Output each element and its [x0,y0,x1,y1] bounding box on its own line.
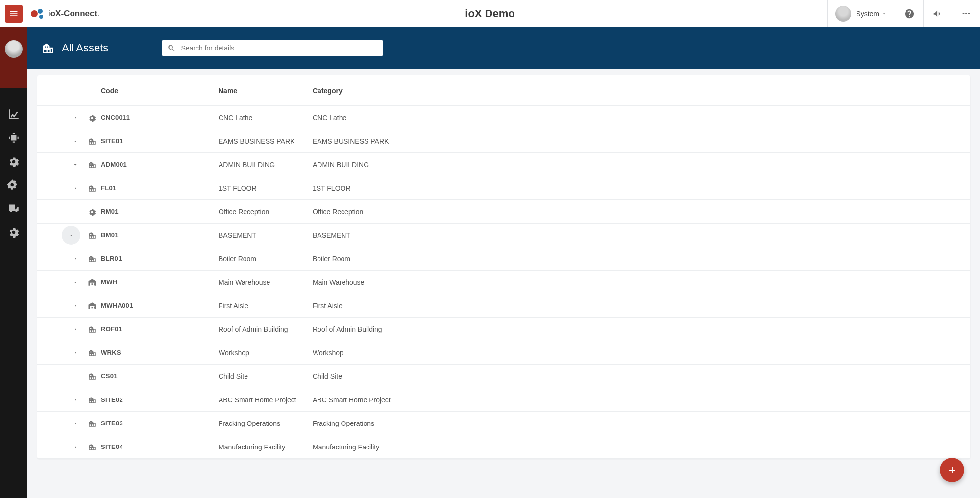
page-header: All Assets [27,27,980,69]
page-title-text: All Assets [62,42,108,54]
chevron-icon [73,256,78,262]
row-expander[interactable] [71,277,80,287]
table-row[interactable]: WRKSWorkshopWorkshop [37,341,970,365]
help-button[interactable] [895,0,923,27]
cell-category: ADMIN BUILDING [313,161,970,169]
row-expander[interactable] [71,301,80,311]
row-expander[interactable] [71,183,80,193]
more-button[interactable] [952,0,980,27]
cell-code: CS01 [101,373,219,380]
cell-category: EAMS BUSINESS PARK [313,137,970,145]
gear-icon [88,113,97,122]
building-icon [88,325,97,334]
building-icon [88,184,97,193]
search-input[interactable] [181,44,378,52]
building-icon [88,231,97,240]
cell-name: CNC Lathe [219,114,313,122]
add-asset-button[interactable] [940,458,964,482]
logo[interactable]: ioX-Connect. [30,6,99,21]
chevron-icon [73,326,78,332]
table-row[interactable]: BLR01Boiler RoomBoiler Room [37,247,970,271]
main-menu-button[interactable] [5,5,23,23]
cell-code: CNC0011 [101,114,219,121]
cell-category: Roof of Admin Building [313,325,970,333]
gear-icon [88,207,97,216]
building-icon [88,349,97,357]
cell-name: Fracking Operations [219,420,313,427]
nav-operations-icon[interactable] [7,178,20,191]
row-expander[interactable] [62,226,80,245]
row-expander[interactable] [71,160,80,170]
cell-category: Main Warehouse [313,278,970,286]
cell-code: SITE04 [101,443,219,450]
row-expander[interactable] [71,113,80,123]
cell-name: Roof of Admin Building [219,325,313,333]
page-title: All Assets [41,41,108,55]
nav-devices-icon[interactable] [7,131,20,144]
table-row[interactable]: ADM001ADMIN BUILDINGADMIN BUILDING [37,153,970,176]
cell-code: WRKS [101,349,219,356]
col-header-name[interactable]: Name [219,87,313,95]
rail-user-avatar-icon [5,40,23,58]
cell-code: SITE02 [101,396,219,403]
row-expander[interactable] [71,348,80,358]
cell-code: SITE01 [101,137,219,145]
announcements-button[interactable] [923,0,952,27]
chevron-icon [73,303,78,309]
building-icon [88,443,97,451]
cell-name: Main Warehouse [219,278,313,286]
table-row[interactable]: MWHA001First AisleFirst Aisle [37,294,970,318]
col-header-category[interactable]: Category [313,87,970,95]
row-expander[interactable] [71,442,80,452]
chevron-icon [73,350,78,356]
row-expander[interactable] [71,324,80,334]
plus-icon [947,465,957,475]
nav-logistics-icon[interactable] [7,202,20,215]
row-expander[interactable] [71,395,80,405]
table-row[interactable]: RM01Office ReceptionOffice Reception [37,200,970,224]
table-row[interactable]: MWHMain WarehouseMain Warehouse [37,271,970,294]
building-icon [88,137,97,146]
row-expander[interactable] [71,136,80,146]
table-row[interactable]: CS01Child SiteChild Site [37,365,970,388]
search-box[interactable] [162,40,383,56]
cell-code: BM01 [101,231,219,239]
help-icon [904,8,915,19]
row-expander[interactable] [71,419,80,428]
nav-admin-icon[interactable] [7,225,20,238]
svg-point-2 [39,15,43,19]
rail-user-section[interactable] [0,27,27,88]
nav-settings-icon[interactable] [7,155,20,168]
table-row[interactable]: SITE03Fracking OperationsFracking Operat… [37,412,970,435]
table-row[interactable]: SITE02ABC Smart Home ProjectABC Smart Ho… [37,388,970,412]
table-row[interactable]: ROF01Roof of Admin BuildingRoof of Admin… [37,318,970,341]
table-row[interactable]: SITE01EAMS BUSINESS PARKEAMS BUSINESS PA… [37,129,970,153]
cell-code: MWHA001 [101,302,219,309]
cell-code: MWH [101,278,219,286]
cell-category: First Aisle [313,302,970,310]
cell-category: CNC Lathe [313,114,970,122]
cell-code: RM01 [101,208,219,215]
cell-category: BASEMENT [313,231,970,239]
nav-dashboard-icon[interactable] [7,108,20,121]
table-row[interactable]: BM01BASEMENTBASEMENT [37,224,970,247]
cell-name: Workshop [219,349,313,357]
cell-name: Boiler Room [219,255,313,263]
col-header-code[interactable]: Code [101,87,219,95]
chevron-icon [73,162,78,168]
chevron-icon [73,421,78,426]
table-header-row: Code Name Category [37,75,970,106]
chevron-icon [68,232,74,238]
table-row[interactable]: CNC0011CNC LatheCNC Lathe [37,106,970,129]
table-row[interactable]: SITE04Manufacturing FacilityManufacturin… [37,435,970,459]
chevron-icon [73,115,78,121]
row-expander[interactable] [71,254,80,264]
chevron-icon [73,185,78,191]
user-menu[interactable]: System [827,0,895,27]
cell-category: Child Site [313,373,970,380]
cell-category: Workshop [313,349,970,357]
cell-name: Child Site [219,373,313,380]
logo-text: ioX-Connect. [48,9,99,19]
cell-code: FL01 [101,184,219,192]
table-row[interactable]: FL011ST FLOOR1ST FLOOR [37,176,970,200]
